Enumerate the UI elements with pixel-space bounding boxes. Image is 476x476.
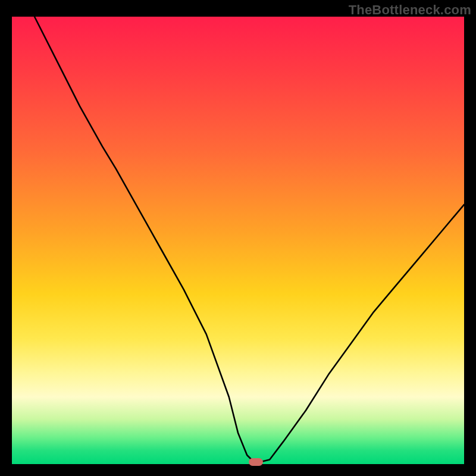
- optimal-point-marker: [249, 458, 263, 466]
- curve-path: [35, 17, 464, 462]
- chart-frame: TheBottleneck.com: [0, 0, 476, 476]
- watermark-text: TheBottleneck.com: [349, 2, 471, 18]
- bottleneck-curve: [12, 17, 464, 464]
- plot-area: [12, 17, 464, 464]
